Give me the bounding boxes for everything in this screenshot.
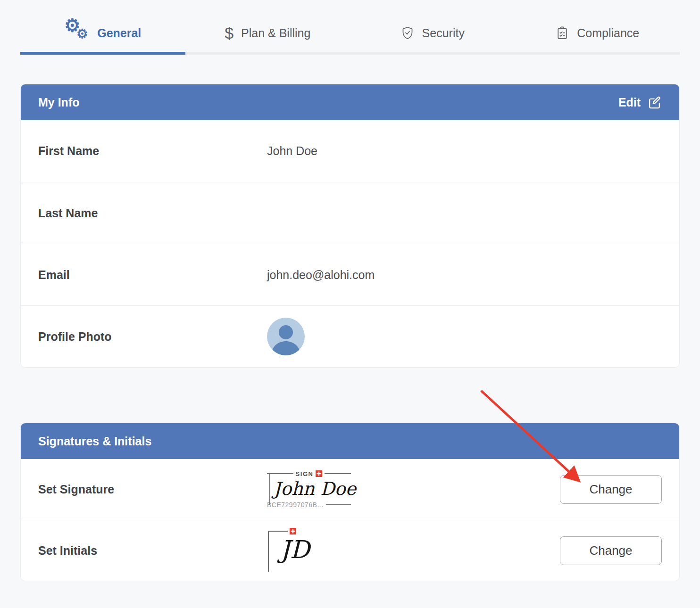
initials-frame-line	[268, 531, 269, 572]
tab-compliance[interactable]: Compliance	[515, 14, 680, 55]
edit-pencil-icon	[647, 95, 662, 110]
dollar-icon: $	[225, 25, 233, 41]
settings-tab-bar: ⚙⚙ General $ Plan & Billing Security	[20, 14, 680, 55]
my-info-title: My Info	[38, 96, 80, 109]
signature-frame-line	[267, 473, 293, 474]
signatures-card: Signatures & Initials Set Signature SIGN…	[20, 423, 680, 581]
set-initials-label: Set Initials	[38, 544, 267, 558]
profile-photo-row: Profile Photo	[21, 305, 679, 367]
swiss-cross-icon	[290, 528, 296, 534]
first-name-row: First Name John Doe	[21, 120, 679, 182]
change-signature-button[interactable]: Change	[560, 475, 662, 504]
email-label: Email	[38, 268, 267, 282]
first-name-label: First Name	[38, 144, 267, 158]
change-signature-button-label: Change	[589, 482, 632, 497]
email-row: Email john.deo@alohi.com	[21, 244, 679, 305]
set-signature-row: Set Signature SIGN John Doe BCE72997076B…	[21, 459, 679, 520]
profile-photo-avatar[interactable]	[267, 318, 305, 355]
signature-certificate-code: BCE72997076B...	[267, 501, 324, 509]
tab-general-label: General	[97, 26, 141, 40]
settings-page: ⚙⚙ General $ Plan & Billing Security	[20, 0, 680, 581]
signatures-header: Signatures & Initials	[21, 423, 679, 459]
set-initials-row: Set Initials JD Change	[21, 520, 679, 581]
change-initials-button-label: Change	[589, 543, 632, 558]
set-signature-label: Set Signature	[38, 483, 267, 496]
signature-frame-line	[326, 504, 351, 505]
tab-security-label: Security	[422, 26, 465, 40]
tab-plan-billing-label: Plan & Billing	[241, 26, 310, 40]
shield-check-icon	[400, 26, 415, 40]
last-name-label: Last Name	[38, 206, 267, 220]
edit-button[interactable]: Edit	[618, 95, 662, 110]
signature-script-text: John Doe	[267, 477, 351, 501]
email-value: john.deo@alohi.com	[267, 268, 375, 282]
signature-preview: SIGN John Doe BCE72997076B...	[267, 470, 351, 509]
edit-button-label: Edit	[618, 96, 641, 109]
my-info-header: My Info Edit	[21, 84, 679, 120]
last-name-row: Last Name	[21, 182, 679, 244]
signatures-title: Signatures & Initials	[38, 435, 151, 448]
clipboard-check-icon	[555, 26, 569, 40]
initials-script-text: JD	[280, 537, 338, 562]
initials-preview: JD	[267, 528, 338, 573]
tab-plan-billing[interactable]: $ Plan & Billing	[185, 14, 350, 55]
tab-security[interactable]: Security	[350, 14, 515, 55]
gears-icon: ⚙⚙	[64, 21, 90, 45]
tab-compliance-label: Compliance	[577, 26, 639, 40]
my-info-card: My Info Edit First Name John Doe Last Na…	[20, 84, 680, 368]
signature-frame-line	[269, 474, 270, 505]
signature-frame-line	[325, 473, 351, 474]
tab-general[interactable]: ⚙⚙ General	[20, 14, 185, 55]
initials-frame-line	[268, 531, 288, 532]
swiss-cross-icon	[316, 470, 322, 477]
change-initials-button[interactable]: Change	[560, 536, 662, 565]
sign-brand-label: SIGN	[296, 470, 314, 477]
first-name-value: John Doe	[267, 144, 317, 158]
profile-photo-label: Profile Photo	[38, 330, 267, 344]
